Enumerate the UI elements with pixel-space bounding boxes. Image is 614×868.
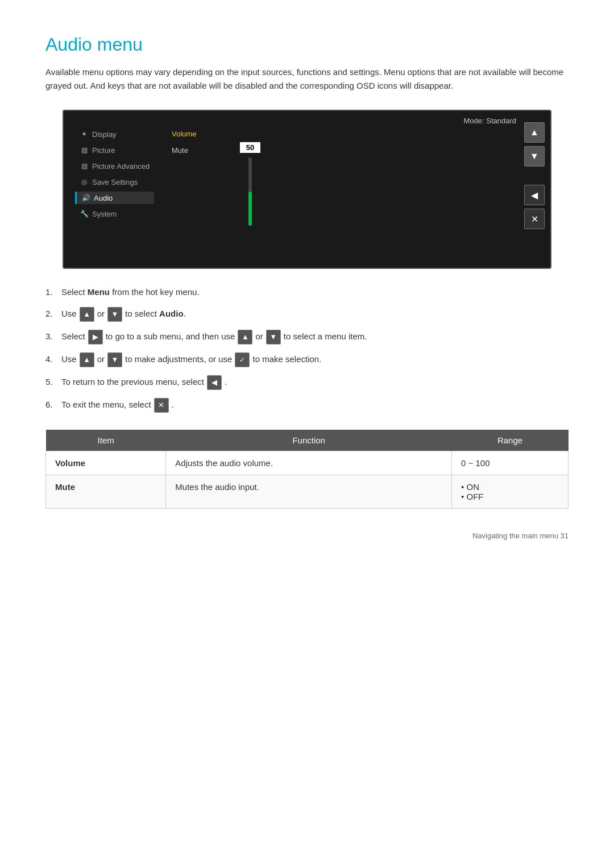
osd-mode-label: Mode: Standard xyxy=(463,117,516,125)
save-settings-icon: ◎ xyxy=(80,177,89,186)
osd-item-display: ✦ Display xyxy=(75,128,154,140)
osd-btn-x[interactable]: ✕ xyxy=(524,209,545,229)
system-icon: 🔧 xyxy=(80,209,89,218)
osd-item-system: 🔧 System xyxy=(75,207,154,220)
osd-slider-fill xyxy=(248,192,252,226)
osd-btn-up[interactable]: ▲ xyxy=(524,122,545,143)
intro-text: Available menu options may vary dependin… xyxy=(45,65,569,93)
osd-item-save-settings: ◎ Save Settings xyxy=(75,176,154,188)
step2-up-btn: ▲ xyxy=(80,307,94,322)
step6-x-btn: ✕ xyxy=(154,398,169,413)
menu-table: Item Function Range VolumeAdjusts the au… xyxy=(45,430,569,509)
step3-down-btn: ▼ xyxy=(266,330,281,344)
table-cell-item-0: Volume xyxy=(46,451,166,475)
page-title: Audio menu xyxy=(45,34,569,55)
table-cell-range-1: • ON • OFF xyxy=(452,475,569,508)
osd-left-menu: ✦ Display ▨ Picture ▨ Picture Advanced ◎… xyxy=(75,128,154,220)
osd-screen: Mode: Standard ✦ Display ▨ Picture ▨ Pic… xyxy=(63,110,551,269)
step-5: 5. To return to the previous menu, selec… xyxy=(45,375,569,390)
step3-right-btn: ▶ xyxy=(88,330,103,344)
audio-icon: 🔊 xyxy=(81,193,90,202)
picture-icon: ▨ xyxy=(80,146,89,155)
table-header-item: Item xyxy=(46,430,166,451)
osd-item-picture-advanced: ▨ Picture Advanced xyxy=(75,160,154,172)
osd-right-buttons: ▲ ▼ ◀ ✕ xyxy=(524,122,545,229)
step4-up-btn: ▲ xyxy=(80,352,94,367)
step-4: 4. Use ▲ or ▼ to make adjustments, or us… xyxy=(45,352,569,367)
osd-value-panel: 50 xyxy=(240,142,260,226)
step2-down-btn: ▼ xyxy=(107,307,122,322)
step-3: 3. Select ▶ to go to a sub menu, and the… xyxy=(45,330,569,344)
table-cell-item-1: Mute xyxy=(46,475,166,508)
picture-advanced-icon: ▨ xyxy=(80,161,89,171)
table-cell-range-0: 0 ~ 100 xyxy=(452,451,569,475)
osd-sub-volume: Volume xyxy=(166,128,211,140)
step1-text: Select Menu from the hot key menu. xyxy=(61,286,200,299)
osd-item-picture: ▨ Picture xyxy=(75,144,154,156)
display-icon: ✦ xyxy=(80,130,89,139)
table-header-range: Range xyxy=(452,430,569,451)
step5-left-btn: ◀ xyxy=(207,375,222,390)
osd-value-box: 50 xyxy=(240,142,260,153)
footer-text: Navigating the main menu 31 xyxy=(45,531,569,540)
osd-sub-mute: Mute xyxy=(166,144,211,156)
step-2: 2. Use ▲ or ▼ to select Audio. xyxy=(45,307,569,322)
step3-up-btn: ▲ xyxy=(238,330,252,344)
osd-item-audio: 🔊 Audio xyxy=(75,192,154,204)
osd-center-panel: Volume Mute xyxy=(166,128,211,156)
osd-slider-track xyxy=(248,157,252,226)
step4-check-btn: ✓ xyxy=(235,352,250,367)
step-6: 6. To exit the menu, select ✕ . xyxy=(45,398,569,413)
osd-btn-down[interactable]: ▼ xyxy=(524,146,545,167)
table-header-function: Function xyxy=(166,430,452,451)
osd-btn-left[interactable]: ◀ xyxy=(524,185,545,205)
step-1: 1. Select Menu from the hot key menu. xyxy=(45,286,569,299)
table-cell-function-1: Mutes the audio input. xyxy=(166,475,452,508)
step4-down-btn: ▼ xyxy=(107,352,122,367)
steps-section: 1. Select Menu from the hot key menu. 2.… xyxy=(45,286,569,413)
table-cell-function-0: Adjusts the audio volume. xyxy=(166,451,452,475)
